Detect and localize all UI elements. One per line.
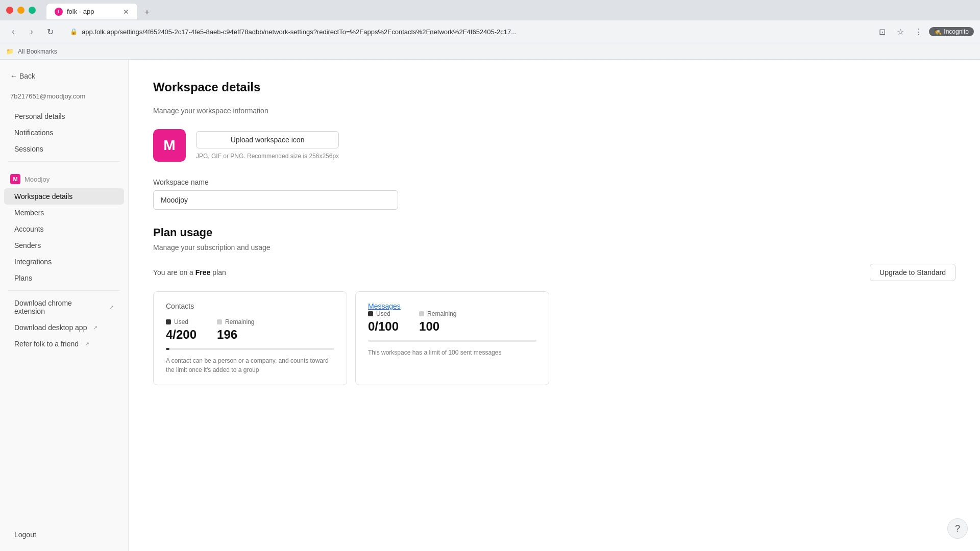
browser-tab[interactable]: f folk - app ✕	[46, 3, 138, 19]
app-container: ← Back 7b217651@moodjoy.com Personal det…	[0, 60, 980, 551]
contacts-used-dot	[166, 319, 171, 324]
usage-cards: Contacts Used 4/200 Remai	[153, 291, 955, 385]
sidebar-spacer	[0, 352, 128, 527]
upload-hint: JPG, GIF or PNG. Recommended size is 256…	[196, 153, 339, 160]
contacts-used-stat: Used 4/200	[166, 318, 197, 342]
settings-button[interactable]: ⋮	[911, 23, 927, 40]
sidebar-item-notifications[interactable]: Notifications	[4, 124, 124, 141]
tab-bar: f folk - app ✕ +	[42, 1, 158, 19]
contacts-remaining-value: 196	[217, 328, 254, 342]
main-content: Workspace details Manage your workspace …	[129, 60, 980, 551]
contacts-stats: Used 4/200 Remaining 196	[166, 318, 334, 342]
tab-favicon: f	[55, 8, 63, 16]
messages-used-label: Used	[368, 310, 399, 317]
workspace-name-form-group: Workspace name	[153, 178, 955, 210]
window-controls	[6, 7, 36, 14]
plan-text-prefix: You are on a	[153, 268, 195, 277]
workspace-details-label: Workspace details	[14, 192, 72, 201]
incognito-label: Incognito	[944, 28, 969, 35]
extension-button[interactable]: ⊡	[874, 23, 890, 40]
external-link-icon-chrome: ↗	[109, 304, 114, 311]
incognito-icon: 🕵	[934, 28, 942, 35]
plan-subtitle: Manage your subscription and usage	[153, 243, 955, 252]
messages-used-text: Used	[376, 310, 390, 317]
plan-type: Free	[195, 268, 211, 277]
external-link-icon-refer: ↗	[85, 341, 89, 347]
window-close-button[interactable]	[6, 7, 13, 14]
sidebar-item-download-chrome[interactable]: Download chrome extension ↗	[4, 295, 124, 319]
workspace-icon: M	[10, 174, 20, 184]
sidebar: ← Back 7b217651@moodjoy.com Personal det…	[0, 60, 129, 551]
back-navigation-button[interactable]: ‹	[6, 24, 20, 39]
sidebar-item-accounts[interactable]: Accounts	[4, 221, 124, 237]
plan-info: You are on a Free plan	[153, 268, 226, 277]
messages-used-stat: Used 0/100	[368, 310, 399, 334]
integrations-label: Integrations	[14, 258, 52, 266]
sidebar-item-sessions[interactable]: Sessions	[4, 141, 124, 157]
workspace-name-label: Moodjoy	[24, 176, 50, 183]
contacts-remaining-dot	[217, 319, 222, 324]
external-link-icon-desktop: ↗	[93, 324, 97, 331]
url-bar[interactable]: 🔒 app.folk.app/settings/4f652405-2c17-4f…	[61, 24, 866, 39]
personal-details-label: Personal details	[14, 112, 65, 120]
sessions-label: Sessions	[14, 145, 43, 153]
plans-label: Plans	[14, 274, 32, 282]
messages-remaining-label: Remaining	[419, 310, 456, 317]
window-maximize-button[interactable]	[29, 7, 36, 14]
plan-text-suffix: plan	[212, 268, 226, 277]
bookmarks-icon: 📁	[6, 48, 14, 55]
logout-label: Logout	[14, 531, 36, 539]
tab-close-button[interactable]: ✕	[123, 8, 129, 16]
contacts-used-label: Used	[166, 318, 197, 325]
contacts-usage-card: Contacts Used 4/200 Remai	[153, 291, 347, 385]
help-button[interactable]: ?	[947, 518, 968, 539]
contacts-usage-bar-fill	[166, 348, 169, 350]
tab-title: folk - app	[67, 8, 94, 15]
download-desktop-label: Download desktop app	[14, 323, 87, 332]
window-minimize-button[interactable]	[17, 7, 24, 14]
contacts-used-text: Used	[174, 318, 188, 325]
reload-button[interactable]: ↻	[43, 24, 57, 39]
sidebar-item-members[interactable]: Members	[4, 205, 124, 221]
sidebar-item-workspace-details[interactable]: Workspace details	[4, 188, 124, 205]
browser-chrome: f folk - app ✕ + ‹ › ↻ 🔒 app.folk.app/se…	[0, 0, 980, 60]
back-label: Back	[19, 72, 35, 80]
sidebar-item-integrations[interactable]: Integrations	[4, 254, 124, 270]
forward-navigation-button[interactable]: ›	[24, 24, 39, 39]
user-email: 7b217651@moodjoy.com	[0, 88, 128, 108]
sidebar-item-download-desktop[interactable]: Download desktop app ↗	[4, 319, 124, 336]
sidebar-item-plans[interactable]: Plans	[4, 270, 124, 286]
page-subtitle: Manage your workspace information	[153, 107, 955, 115]
messages-used-dot	[368, 311, 373, 316]
browser-toolbar-right: ⊡ ☆ ⋮ 🕵 Incognito	[874, 23, 974, 40]
download-chrome-label: Download chrome extension	[14, 299, 103, 315]
messages-card-title[interactable]: Messages	[368, 302, 536, 310]
new-tab-button[interactable]: +	[140, 5, 154, 19]
sidebar-divider-1	[8, 161, 120, 162]
sidebar-item-logout[interactable]: Logout	[4, 527, 124, 543]
plan-section: Plan usage Manage your subscription and …	[153, 226, 955, 385]
workspace-icon-section: M Upload workspace icon JPG, GIF or PNG.…	[153, 129, 955, 162]
senders-label: Senders	[14, 241, 41, 249]
workspace-avatar: M	[153, 129, 186, 162]
bookmark-button[interactable]: ☆	[892, 23, 909, 40]
contacts-remaining-text: Remaining	[225, 318, 254, 325]
sidebar-item-refer-folk[interactable]: Refer folk to a friend ↗	[4, 336, 124, 352]
contacts-usage-bar	[166, 348, 334, 350]
back-button[interactable]: ← Back	[10, 72, 35, 80]
contacts-used-value: 4/200	[166, 328, 197, 342]
accounts-label: Accounts	[14, 225, 44, 233]
workspace-name-input[interactable]	[153, 190, 398, 210]
upgrade-to-standard-button[interactable]: Upgrade to Standard	[870, 264, 955, 281]
contacts-card-note: A contact can be a person or a company, …	[166, 356, 334, 374]
sidebar-item-personal-details[interactable]: Personal details	[4, 108, 124, 124]
contacts-remaining-label: Remaining	[217, 318, 254, 325]
messages-remaining-text: Remaining	[427, 310, 456, 317]
contacts-remaining-stat: Remaining 196	[217, 318, 254, 342]
messages-card-note: This workspace has a limit of 100 sent m…	[368, 348, 536, 357]
plan-title: Plan usage	[153, 226, 955, 239]
messages-used-value: 0/100	[368, 319, 399, 334]
page-title: Workspace details	[153, 80, 955, 94]
sidebar-item-senders[interactable]: Senders	[4, 237, 124, 254]
upload-workspace-icon-button[interactable]: Upload workspace icon	[196, 131, 339, 148]
